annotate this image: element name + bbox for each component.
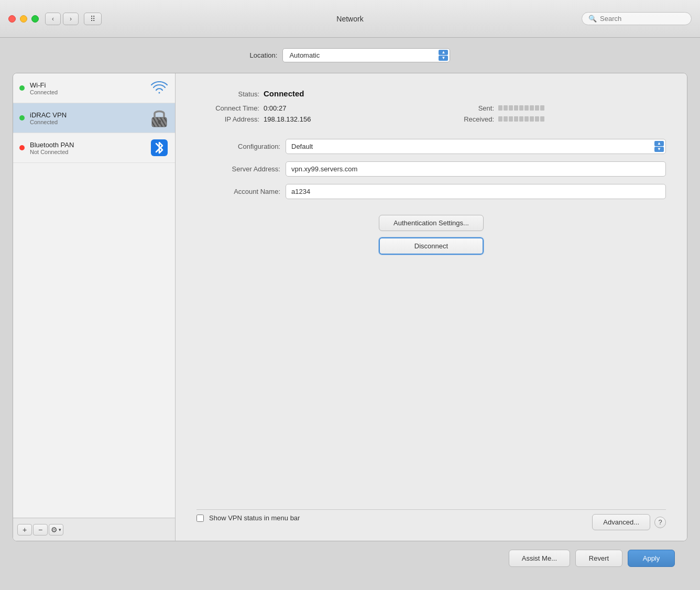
- location-bar: Location: Automatic Edit Locations... ▲ …: [13, 48, 687, 62]
- connect-time-label: Connect Time:: [196, 104, 259, 112]
- status-label: Status:: [196, 90, 259, 98]
- ip-value: 198.18.132.156: [264, 115, 311, 123]
- plus-icon: +: [23, 526, 27, 534]
- detail-panel: Status: Connected Connect Time: 0:00:27 …: [176, 73, 687, 541]
- status-dot-vpn: [19, 115, 25, 121]
- show-vpn-label: Show VPN status in menu bar: [209, 514, 300, 522]
- wifi-icon: [150, 79, 169, 97]
- gear-menu-button[interactable]: ⚙ ▾: [49, 524, 63, 536]
- config-select-wrapper: Default ▲ ▼: [286, 139, 666, 154]
- sidebar-item-bluetooth-pan[interactable]: Bluetooth PAN Not Connected: [13, 133, 175, 163]
- search-input[interactable]: [600, 15, 685, 23]
- advanced-area: Advanced... ?: [592, 514, 666, 530]
- advanced-button[interactable]: Advanced...: [592, 514, 650, 530]
- add-network-button[interactable]: +: [17, 524, 32, 536]
- status-value: Connected: [264, 89, 304, 98]
- info-right: Sent: Received:: [431, 104, 666, 126]
- show-vpn-checkbox[interactable]: [196, 515, 204, 522]
- config-label: Configuration:: [196, 143, 280, 150]
- bottom-area: Show VPN status in menu bar Advanced... …: [196, 505, 666, 530]
- back-button[interactable]: ‹: [45, 13, 61, 25]
- footer-buttons: Assist Me... Revert Apply: [13, 541, 687, 580]
- svg-rect-8: [159, 122, 160, 124]
- ip-label: IP Address:: [196, 115, 259, 123]
- config-up-icon[interactable]: ▲: [654, 141, 664, 146]
- assist-me-button[interactable]: Assist Me...: [509, 550, 570, 567]
- window-title: Network: [336, 15, 363, 23]
- body-area: Wi-Fi Connected: [13, 73, 687, 541]
- status-dot-wifi: [19, 85, 25, 91]
- received-label: Received:: [431, 115, 494, 123]
- remove-network-button[interactable]: −: [33, 524, 48, 536]
- bluetooth-name: Bluetooth PAN: [30, 141, 145, 149]
- sent-label: Sent:: [431, 104, 494, 112]
- network-list: Wi-Fi Connected: [13, 73, 175, 518]
- connect-time-value: 0:00:27: [264, 104, 286, 112]
- status-section: Status: Connected Connect Time: 0:00:27 …: [196, 89, 666, 126]
- sent-value: [498, 105, 544, 111]
- sidebar-toolbar: + − ⚙ ▾: [13, 518, 175, 541]
- wifi-info: Wi-Fi Connected: [30, 81, 145, 95]
- location-up-icon[interactable]: ▲: [439, 50, 448, 55]
- minimize-button[interactable]: [20, 15, 27, 23]
- sidebar-item-idrac-vpn[interactable]: iDRAC VPN Connected: [13, 103, 175, 133]
- vpn-info: iDRAC VPN Connected: [30, 111, 145, 125]
- info-cols: Connect Time: 0:00:27 IP Address: 198.18…: [196, 104, 666, 126]
- received-value: [498, 116, 544, 122]
- show-vpn-row: Show VPN status in menu bar: [196, 514, 300, 522]
- config-row: Configuration: Default ▲ ▼: [196, 139, 666, 154]
- account-row: Account Name:: [196, 184, 666, 199]
- status-dot-bluetooth: [19, 145, 25, 150]
- bluetooth-status: Not Connected: [30, 149, 145, 155]
- sidebar-item-wifi[interactable]: Wi-Fi Connected: [13, 73, 175, 103]
- search-icon: 🔍: [588, 15, 597, 23]
- minus-icon: −: [38, 526, 42, 534]
- config-select[interactable]: Default: [286, 139, 666, 154]
- divider: [196, 509, 666, 510]
- wifi-name: Wi-Fi: [30, 81, 145, 89]
- vpn-name: iDRAC VPN: [30, 111, 145, 119]
- server-row: Server Address:: [196, 161, 666, 177]
- bottom-row: Show VPN status in menu bar Advanced... …: [196, 514, 666, 530]
- bluetooth-icon: [150, 138, 169, 157]
- maximize-button[interactable]: [31, 15, 39, 23]
- config-down-icon[interactable]: ▼: [654, 147, 664, 152]
- apply-button[interactable]: Apply: [628, 550, 675, 567]
- disconnect-button[interactable]: Disconnect: [379, 237, 484, 255]
- location-label: Location:: [250, 51, 278, 59]
- location-select[interactable]: Automatic Edit Locations...: [282, 48, 450, 62]
- chevron-down-icon: ▾: [59, 527, 61, 532]
- vpn-icon: [150, 108, 169, 127]
- wifi-status: Connected: [30, 89, 145, 95]
- grid-view-button[interactable]: ⠿: [84, 13, 102, 25]
- config-stepper[interactable]: ▲ ▼: [654, 141, 664, 152]
- sidebar: Wi-Fi Connected: [13, 73, 176, 541]
- titlebar: ‹ › ⠿ Network 🔍: [0, 0, 700, 38]
- account-label: Account Name:: [196, 188, 280, 195]
- server-label: Server Address:: [196, 165, 280, 173]
- nav-buttons: ‹ ›: [45, 13, 79, 25]
- account-input[interactable]: [286, 184, 666, 199]
- location-down-icon[interactable]: ▼: [439, 56, 448, 61]
- close-button[interactable]: [8, 15, 16, 23]
- bluetooth-info: Bluetooth PAN Not Connected: [30, 141, 145, 155]
- vpn-status: Connected: [30, 119, 145, 125]
- search-box[interactable]: 🔍: [582, 12, 692, 25]
- traffic-lights: [8, 15, 39, 23]
- auth-settings-button[interactable]: Authentication Settings...: [379, 215, 484, 231]
- action-buttons: Authentication Settings... Disconnect: [196, 215, 666, 255]
- forward-button[interactable]: ›: [63, 13, 79, 25]
- main-content: Location: Automatic Edit Locations... ▲ …: [0, 38, 700, 590]
- info-left: Connect Time: 0:00:27 IP Address: 198.18…: [196, 104, 431, 126]
- location-select-wrapper: Automatic Edit Locations... ▲ ▼: [282, 48, 450, 62]
- location-stepper[interactable]: ▲ ▼: [439, 50, 448, 61]
- config-section: Configuration: Default ▲ ▼ Server Addres…: [196, 139, 666, 199]
- help-button[interactable]: ?: [654, 517, 666, 528]
- revert-button[interactable]: Revert: [575, 550, 622, 567]
- gear-icon: ⚙: [51, 526, 58, 534]
- server-input[interactable]: [286, 161, 666, 177]
